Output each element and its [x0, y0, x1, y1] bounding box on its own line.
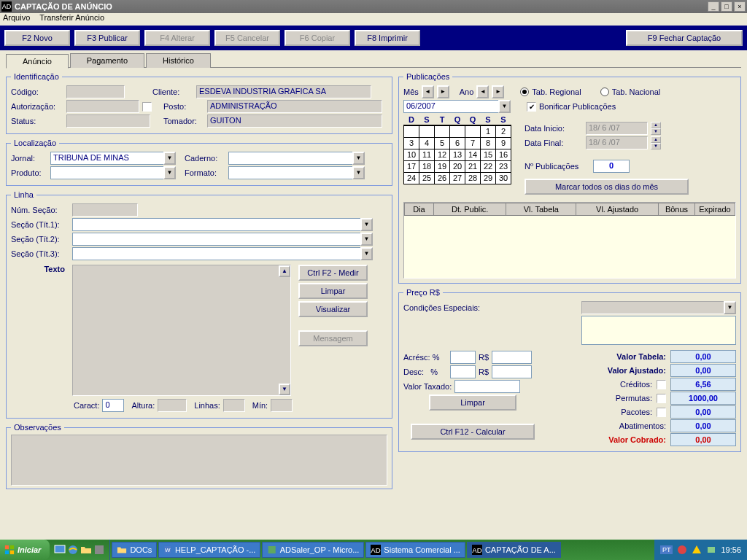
f8-imprimir-button[interactable]: F8 Imprimir: [355, 30, 420, 46]
tray-icon-3[interactable]: [706, 545, 716, 555]
status-input[interactable]: [66, 114, 150, 128]
minimize-button[interactable]: _: [708, 1, 719, 12]
mes-prev-button[interactable]: ◄: [422, 85, 434, 98]
tab-anuncio[interactable]: Anúncio: [6, 54, 69, 69]
calendar[interactable]: DSTQQSS 12 3456789 10111213141516 171819…: [403, 114, 511, 184]
tab-historico[interactable]: Histórico: [146, 53, 211, 68]
autorizacao-checkbox[interactable]: [142, 102, 152, 112]
marcar-todos-button[interactable]: Marcar todos os dias do mês: [525, 179, 689, 195]
f9-fechar-button[interactable]: F9 Fechar Captação: [626, 30, 743, 46]
secao2-dropdown-button[interactable]: ▼: [360, 233, 373, 246]
f2-novo-button[interactable]: F2 Novo: [4, 30, 70, 46]
secao3-combo[interactable]: [72, 247, 360, 260]
data-final-input[interactable]: 18/ 6 /07: [586, 136, 648, 149]
menu-transferir[interactable]: Transferir Anúncio: [39, 13, 104, 22]
desc-pct-input[interactable]: [450, 365, 476, 378]
num-secao-input[interactable]: [72, 203, 138, 217]
acresc-rs-input[interactable]: [492, 351, 532, 364]
permutas-checkbox[interactable]: [657, 394, 666, 403]
formato-combo[interactable]: [228, 166, 352, 179]
lang-indicator[interactable]: PT: [660, 545, 673, 554]
secao1-combo[interactable]: [72, 218, 360, 231]
cond-combo[interactable]: [581, 301, 724, 314]
f5-cancelar-button[interactable]: F5 Cancelar: [214, 30, 280, 46]
formato-dropdown-button[interactable]: ▼: [352, 166, 365, 179]
bonificar-checkbox[interactable]: ✔: [527, 102, 536, 112]
jornal-dropdown-button[interactable]: ▼: [163, 152, 176, 165]
creditos-checkbox[interactable]: [657, 380, 666, 389]
cond-text[interactable]: [581, 316, 736, 345]
publicacoes-grid[interactable]: Dia Dt. Public. Vl. Tabela Vl. Ajustado …: [403, 202, 736, 279]
folder-icon[interactable]: [80, 544, 92, 556]
maximize-button[interactable]: □: [721, 1, 732, 12]
close-button[interactable]: ×: [734, 1, 746, 12]
app-icon[interactable]: [93, 544, 105, 556]
jornal-combo[interactable]: TRIBUNA DE MINAS: [50, 152, 163, 165]
limpar-preco-button[interactable]: Limpar: [429, 394, 516, 411]
medir-button[interactable]: Ctrl F2 - Medir: [298, 265, 368, 281]
produto-combo[interactable]: [50, 166, 163, 179]
scroll-down-button[interactable]: ▼: [279, 384, 290, 395]
valor-taxado-input[interactable]: [454, 380, 520, 393]
clock[interactable]: 19:56: [721, 545, 741, 554]
f3-publicar-button[interactable]: F3 Publicar: [74, 30, 140, 46]
scroll-up-button[interactable]: ▲: [279, 265, 290, 277]
data-final-up[interactable]: ▲: [651, 136, 661, 143]
altura-input[interactable]: [158, 399, 187, 412]
taskbar-item-help[interactable]: WHELP_CAPTAÇÃO -...: [158, 542, 260, 558]
ano-prev-button[interactable]: ◄: [476, 85, 489, 98]
min-input[interactable]: [271, 399, 293, 412]
caract-input[interactable]: 0: [102, 399, 124, 412]
cond-dropdown-button[interactable]: ▼: [724, 301, 736, 314]
f4-alterar-button[interactable]: F4 Alterar: [144, 30, 210, 46]
pacotes-checkbox[interactable]: [657, 408, 666, 417]
periodo-combo[interactable]: 06/2007: [403, 100, 498, 113]
taskbar-item-sistema[interactable]: ADSistema Comercial ...: [365, 542, 465, 558]
f6-copiar-button[interactable]: F6 Copiar: [285, 30, 350, 46]
periodo-dropdown-button[interactable]: ▼: [498, 100, 511, 113]
autorizacao-input[interactable]: [66, 100, 139, 113]
calcular-button[interactable]: Ctrl F12 - Calcular: [411, 424, 535, 440]
texto-textarea[interactable]: ▲ ▼: [72, 265, 291, 396]
codigo-input[interactable]: [66, 85, 125, 98]
linhas-input[interactable]: [223, 399, 245, 412]
caderno-dropdown-button[interactable]: ▼: [352, 152, 365, 165]
tab-pagamento[interactable]: Pagamento: [70, 53, 144, 68]
tab-nacional-radio[interactable]: [600, 88, 609, 96]
quick-launch: [50, 540, 110, 560]
taskbar-item-captacao[interactable]: ADCAPTAÇÃO DE A...: [467, 542, 561, 558]
svg-text:AD: AD: [371, 546, 381, 554]
start-button[interactable]: Iniciar: [0, 540, 50, 560]
tomador-input[interactable]: GUITON: [207, 114, 382, 128]
limpar-texto-button[interactable]: Limpar: [298, 283, 368, 299]
observacoes-textarea[interactable]: [11, 435, 387, 486]
data-inicio-up[interactable]: ▲: [651, 122, 661, 128]
mensagem-button[interactable]: Mensagem: [298, 330, 368, 346]
taskbar-item-adsaler[interactable]: ADSaler_OP - Micro...: [262, 542, 364, 558]
localizacao-group: Localização Jornal: TRIBUNA DE MINAS▼ Ca…: [6, 139, 392, 186]
posto-input[interactable]: ADMINISTRAÇÃO: [207, 100, 382, 113]
caderno-combo[interactable]: [228, 152, 352, 165]
menu-arquivo[interactable]: Arquivo: [3, 13, 30, 22]
taskbar-item-docs[interactable]: DOCs: [112, 542, 157, 558]
caract-label: Caract:: [74, 401, 99, 410]
tray-icon-1[interactable]: [677, 545, 687, 555]
data-inicio-down[interactable]: ▼: [651, 128, 661, 135]
tray-icon-2[interactable]: [692, 545, 702, 555]
secao1-dropdown-button[interactable]: ▼: [360, 218, 373, 231]
identificacao-group: Identificação Código: Cliente: ESDEVA IN…: [6, 72, 392, 134]
desktop-icon[interactable]: [54, 544, 66, 556]
mes-next-button[interactable]: ►: [437, 85, 449, 98]
ano-next-button[interactable]: ►: [492, 85, 504, 98]
produto-dropdown-button[interactable]: ▼: [163, 166, 176, 179]
visualizar-button[interactable]: Visualizar: [298, 301, 368, 317]
secao3-dropdown-button[interactable]: ▼: [360, 247, 373, 260]
tab-regional-radio[interactable]: [520, 88, 529, 96]
ie-icon[interactable]: [67, 544, 79, 556]
secao2-combo[interactable]: [72, 233, 360, 246]
cliente-input[interactable]: ESDEVA INDUSTRIA GRAFICA SA: [196, 85, 371, 98]
data-inicio-input[interactable]: 18/ 6 /07: [586, 122, 648, 135]
desc-rs-input[interactable]: [492, 365, 532, 378]
data-final-down[interactable]: ▼: [651, 143, 661, 149]
acresc-pct-input[interactable]: [450, 351, 476, 364]
